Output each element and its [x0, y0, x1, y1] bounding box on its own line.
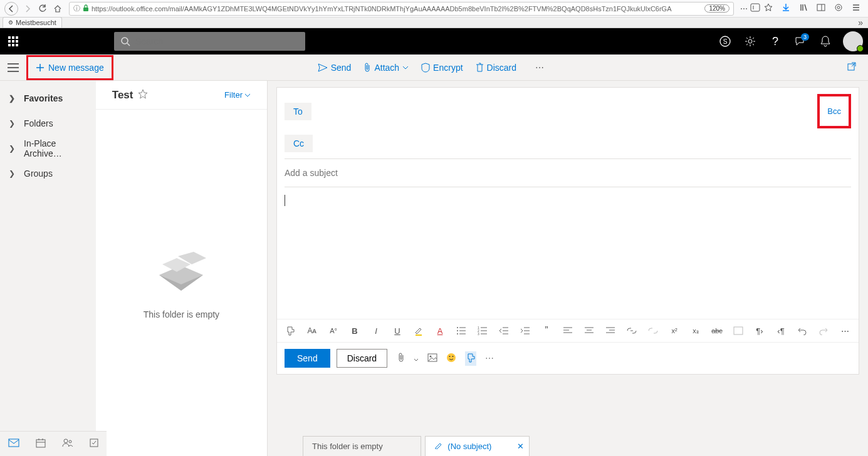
attach-command[interactable]: Attach	[363, 63, 409, 73]
bold-button[interactable]: B	[348, 324, 361, 337]
tasks-module-icon[interactable]	[90, 438, 98, 449]
search-input[interactable]	[135, 36, 299, 46]
bullet-list-icon[interactable]	[455, 324, 468, 337]
insert-image-icon[interactable]	[732, 324, 745, 337]
calendar-module-icon[interactable]	[36, 438, 46, 450]
toggle-format-toolbar-icon[interactable]	[465, 351, 476, 366]
highlight-icon[interactable]	[412, 324, 425, 337]
emoji-icon[interactable]	[446, 353, 456, 365]
reader-icon[interactable]	[750, 3, 760, 14]
message-body[interactable]	[277, 187, 859, 319]
toast-empty-folder[interactable]: This folder is empty	[303, 436, 421, 456]
favorite-star-icon[interactable]	[138, 89, 148, 101]
tabstrip-overflow-icon[interactable]: »	[853, 18, 868, 28]
people-module-icon[interactable]	[62, 438, 73, 449]
align-left-icon[interactable]	[562, 324, 574, 337]
link-icon[interactable]	[625, 324, 638, 337]
browser-tab[interactable]: ⚙ Meistbesucht	[3, 17, 62, 28]
paperclip-icon	[363, 63, 371, 73]
format-painter-icon[interactable]	[285, 324, 297, 337]
bcc-button[interactable]: Bcc	[827, 106, 841, 116]
font-color-icon[interactable]: A	[434, 324, 446, 337]
redo-icon[interactable]	[817, 324, 830, 337]
more-commands-icon[interactable]: ⋯	[535, 63, 544, 73]
skype-icon[interactable]: S	[713, 28, 738, 54]
unlink-icon[interactable]	[647, 324, 659, 337]
discard-command[interactable]: Discard	[476, 63, 516, 73]
zoom-badge[interactable]: 120%	[704, 4, 729, 13]
mail-module-icon[interactable]	[8, 438, 19, 449]
app-launcher-icon[interactable]	[0, 28, 26, 54]
close-icon[interactable]: ✕	[517, 442, 524, 451]
svg-point-4	[835, 4, 842, 11]
rtl-icon[interactable]: ‹¶	[775, 324, 787, 337]
svg-rect-52	[734, 327, 743, 334]
back-button[interactable]	[4, 2, 18, 16]
downloads-icon[interactable]	[782, 3, 790, 14]
toast-draft[interactable]: (No subject) ✕	[425, 436, 530, 456]
page-actions-icon[interactable]: ⋯	[740, 4, 748, 13]
sidebar-browser-icon[interactable]	[817, 3, 825, 14]
filter-button[interactable]: Filter	[224, 90, 251, 100]
font-select-icon[interactable]: Aᴀ	[306, 324, 318, 337]
user-avatar[interactable]	[843, 31, 863, 51]
align-right-icon[interactable]	[604, 324, 617, 337]
info-icon: ⓘ	[73, 4, 80, 13]
popout-compose-icon[interactable]	[847, 61, 857, 73]
forward-button[interactable]	[20, 1, 35, 16]
help-icon[interactable]: ?	[763, 28, 788, 54]
new-message-button[interactable]: New message	[31, 58, 109, 77]
indent-icon[interactable]	[519, 324, 531, 337]
library-icon[interactable]	[799, 3, 808, 14]
attach-dropdown-icon[interactable]	[414, 353, 419, 363]
subject-input[interactable]	[277, 159, 859, 187]
sidebar-item-favorites[interactable]: ❯ Favorites	[0, 86, 96, 111]
bookmark-star-icon[interactable]	[764, 3, 773, 14]
superscript-icon[interactable]: x²	[668, 324, 681, 337]
sidebar-item-groups[interactable]: ❯ Groups	[0, 161, 96, 186]
outdent-icon[interactable]	[498, 324, 510, 337]
to-row: To Bcc	[277, 88, 859, 135]
font-size-icon[interactable]: A°	[327, 324, 340, 337]
chevron-right-icon: ❯	[9, 119, 15, 128]
discard-button[interactable]: Discard	[337, 349, 387, 368]
main-area: ❯ Favorites ❯ Folders ❯ In-Place Archive…	[0, 81, 868, 456]
number-list-icon[interactable]: 123	[476, 324, 489, 337]
chevron-down-icon	[244, 93, 251, 97]
to-button[interactable]: To	[285, 103, 311, 120]
extension-icon[interactable]	[834, 3, 843, 14]
italic-button[interactable]: I	[370, 324, 382, 337]
undo-icon[interactable]	[796, 324, 808, 337]
sidebar-item-archive[interactable]: ❯ In-Place Archive…	[0, 136, 96, 161]
address-bar[interactable]: ⓘ https://outlook.office.com/mail/AAMkAG…	[69, 2, 734, 16]
svg-point-5	[837, 6, 840, 9]
status-toasts: This folder is empty (No subject) ✕	[303, 436, 530, 456]
notifications-icon[interactable]	[813, 28, 838, 54]
to-input[interactable]	[311, 103, 818, 120]
compose-more-icon[interactable]: ⋯	[485, 353, 494, 363]
settings-icon[interactable]	[738, 28, 763, 54]
home-button[interactable]	[50, 1, 65, 16]
chat-icon[interactable]: 3	[788, 28, 813, 54]
nav-toggle-icon[interactable]	[0, 63, 26, 72]
cc-button[interactable]: Cc	[285, 135, 313, 152]
ltr-icon[interactable]: ¶›	[753, 324, 766, 337]
search-box[interactable]	[114, 32, 305, 51]
insert-picture-icon[interactable]	[427, 353, 437, 364]
reload-button[interactable]	[35, 1, 50, 16]
gear-icon: ⚙	[8, 19, 13, 26]
send-command[interactable]: Send	[318, 63, 352, 73]
format-more-icon[interactable]: ⋯	[839, 324, 851, 337]
send-button[interactable]: Send	[285, 349, 330, 368]
compose-card: To Bcc Cc Aᴀ A° B	[276, 87, 859, 375]
encrypt-command[interactable]: Encrypt	[421, 63, 463, 73]
cc-input[interactable]	[313, 135, 851, 152]
browser-menu-icon[interactable]	[852, 3, 860, 14]
attach-inline-icon[interactable]	[397, 353, 405, 365]
align-center-icon[interactable]	[583, 324, 595, 337]
sidebar-item-folders[interactable]: ❯ Folders	[0, 111, 96, 136]
subscript-icon[interactable]: x₂	[689, 324, 702, 337]
underline-button[interactable]: U	[391, 324, 404, 337]
quote-icon[interactable]: ”	[540, 324, 553, 337]
strike-icon[interactable]: abc	[711, 324, 723, 337]
